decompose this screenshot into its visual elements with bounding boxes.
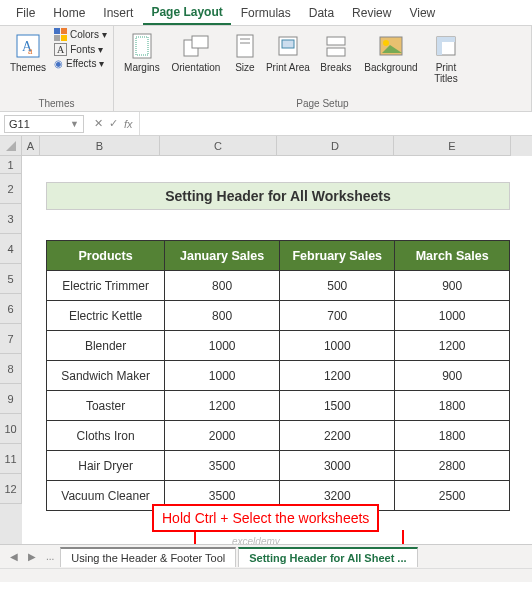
group-themes-label: Themes xyxy=(6,96,107,111)
fonts-button[interactable]: AFonts ▾ xyxy=(54,43,107,56)
table-cell[interactable]: 1000 xyxy=(165,361,280,391)
themes-button[interactable]: Aa Themes xyxy=(6,28,50,73)
th-products[interactable]: Products xyxy=(47,241,165,271)
table-cell[interactable]: Electric Kettle xyxy=(47,301,165,331)
table-cell[interactable]: 800 xyxy=(165,301,280,331)
tab-nav-prev[interactable]: ◀ xyxy=(6,551,22,562)
tab-home[interactable]: Home xyxy=(45,2,93,24)
table-cell[interactable]: 1000 xyxy=(280,331,395,361)
row-header-2[interactable]: 2 xyxy=(0,174,22,204)
row-header-12[interactable]: 12 xyxy=(0,474,22,504)
print-area-icon xyxy=(274,32,302,60)
table-cell[interactable]: 900 xyxy=(395,271,510,301)
table-cell[interactable]: 2800 xyxy=(395,451,510,481)
table-cell[interactable]: 500 xyxy=(280,271,395,301)
table-cell[interactable]: Sandwich Maker xyxy=(47,361,165,391)
row-header-1[interactable]: 1 xyxy=(0,156,22,174)
col-header-a[interactable]: A xyxy=(22,136,40,156)
table-row[interactable]: Cloths Iron200022001800 xyxy=(47,421,510,451)
table-cell[interactable]: Cloths Iron xyxy=(47,421,165,451)
background-icon xyxy=(377,32,405,60)
horizontal-scrollbar[interactable] xyxy=(0,568,532,582)
tab-file[interactable]: File xyxy=(8,2,43,24)
row-headers: 1 2 3 4 5 6 7 8 9 10 11 12 xyxy=(0,136,22,544)
background-button[interactable]: Background xyxy=(362,28,420,73)
sheet-tab-1[interactable]: Using the Header & Footer Tool xyxy=(60,547,236,567)
formula-input[interactable] xyxy=(139,112,532,135)
th-mar[interactable]: March Sales xyxy=(395,241,510,271)
row-header-10[interactable]: 10 xyxy=(0,414,22,444)
table-row[interactable]: Hair Dryer350030002800 xyxy=(47,451,510,481)
table-cell[interactable]: 3000 xyxy=(280,451,395,481)
tab-data[interactable]: Data xyxy=(301,2,342,24)
chevron-down-icon[interactable]: ▼ xyxy=(70,119,79,129)
grid-area[interactable]: A B C D E Setting Header for All Workshe… xyxy=(22,136,532,544)
cancel-icon[interactable]: ✕ xyxy=(94,117,103,130)
table-cell[interactable]: 1000 xyxy=(395,301,510,331)
margins-button[interactable]: Margins xyxy=(120,28,164,73)
col-header-e[interactable]: E xyxy=(394,136,511,156)
th-jan[interactable]: January Sales xyxy=(165,241,280,271)
table-cell[interactable]: Vacuum Cleaner xyxy=(47,481,165,511)
size-button[interactable]: Size xyxy=(228,28,262,73)
table-row[interactable]: Sandwich Maker10001200900 xyxy=(47,361,510,391)
svg-rect-6 xyxy=(192,36,208,48)
breaks-button[interactable]: Breaks xyxy=(314,28,358,73)
tab-nav-next[interactable]: ▶ xyxy=(24,551,40,562)
th-feb[interactable]: February Sales xyxy=(280,241,395,271)
table-cell[interactable]: 1200 xyxy=(395,331,510,361)
col-header-d[interactable]: D xyxy=(277,136,394,156)
table-row[interactable]: Electric Kettle8007001000 xyxy=(47,301,510,331)
select-all-corner[interactable] xyxy=(0,136,22,156)
table-cell[interactable]: Toaster xyxy=(47,391,165,421)
print-titles-icon xyxy=(432,32,460,60)
table-cell[interactable]: Electric Trimmer xyxy=(47,271,165,301)
row-header-8[interactable]: 8 xyxy=(0,354,22,384)
col-header-c[interactable]: C xyxy=(160,136,277,156)
effects-button[interactable]: ◉Effects ▾ xyxy=(54,58,107,69)
breaks-icon xyxy=(322,32,350,60)
table-cell[interactable]: 2200 xyxy=(280,421,395,451)
print-titles-button[interactable]: Print Titles xyxy=(424,28,468,84)
row-header-6[interactable]: 6 xyxy=(0,294,22,324)
row-header-11[interactable]: 11 xyxy=(0,444,22,474)
orientation-button[interactable]: Orientation xyxy=(168,28,224,73)
table-row[interactable]: Blender100010001200 xyxy=(47,331,510,361)
table-cell[interactable]: 1200 xyxy=(280,361,395,391)
name-box[interactable]: G11 ▼ xyxy=(4,115,84,133)
print-area-button[interactable]: Print Area xyxy=(266,28,310,73)
table-cell[interactable]: 2000 xyxy=(165,421,280,451)
table-cell[interactable]: Hair Dryer xyxy=(47,451,165,481)
table-cell[interactable]: 700 xyxy=(280,301,395,331)
row-header-3[interactable]: 3 xyxy=(0,204,22,234)
table-cell[interactable]: 800 xyxy=(165,271,280,301)
tab-view[interactable]: View xyxy=(401,2,443,24)
svg-rect-13 xyxy=(327,48,345,56)
fx-icon[interactable]: fx xyxy=(124,118,133,130)
table-row[interactable]: Electric Trimmer800500900 xyxy=(47,271,510,301)
colors-button[interactable]: Colors ▾ xyxy=(54,28,107,41)
title-banner[interactable]: Setting Header for All Worksheets xyxy=(46,182,510,210)
tab-review[interactable]: Review xyxy=(344,2,399,24)
table-cell[interactable]: 3500 xyxy=(165,451,280,481)
table-cell[interactable]: 900 xyxy=(395,361,510,391)
table-cell[interactable]: 1500 xyxy=(280,391,395,421)
table-cell[interactable]: 1200 xyxy=(165,391,280,421)
row-header-5[interactable]: 5 xyxy=(0,264,22,294)
table-cell[interactable]: 1800 xyxy=(395,421,510,451)
tab-insert[interactable]: Insert xyxy=(95,2,141,24)
table-cell[interactable]: Blender xyxy=(47,331,165,361)
sheet-tab-2[interactable]: Setting Header for All Sheet ... xyxy=(238,547,417,567)
table-cell[interactable]: 1000 xyxy=(165,331,280,361)
enter-icon[interactable]: ✓ xyxy=(109,117,118,130)
row-header-9[interactable]: 9 xyxy=(0,384,22,414)
tab-page-layout[interactable]: Page Layout xyxy=(143,1,230,25)
row-header-7[interactable]: 7 xyxy=(0,324,22,354)
table-row[interactable]: Toaster120015001800 xyxy=(47,391,510,421)
tab-formulas[interactable]: Formulas xyxy=(233,2,299,24)
table-cell[interactable]: 2500 xyxy=(395,481,510,511)
col-header-b[interactable]: B xyxy=(40,136,160,156)
row-header-4[interactable]: 4 xyxy=(0,234,22,264)
table-cell[interactable]: 1800 xyxy=(395,391,510,421)
tab-more[interactable]: ... xyxy=(42,551,58,562)
